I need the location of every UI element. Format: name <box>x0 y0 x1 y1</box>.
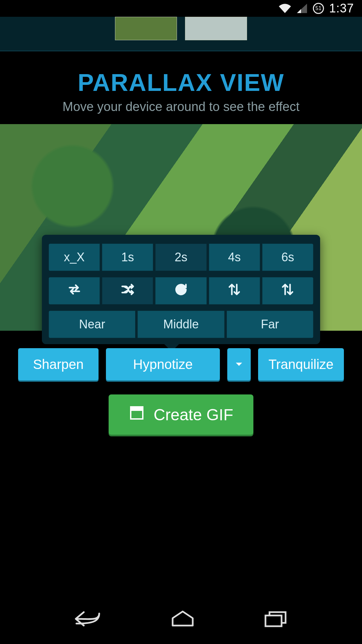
sort-vertical-icon <box>280 282 295 300</box>
depth-segment-row: NearMiddleFar <box>49 311 313 338</box>
refresh-icon <box>174 282 188 300</box>
thumbnail[interactable] <box>115 17 177 40</box>
thumbnail[interactable] <box>185 17 247 40</box>
shuffle-icon <box>120 282 135 300</box>
hypnotize-dropdown-toggle[interactable] <box>227 348 251 380</box>
svg-rect-1 <box>131 411 142 418</box>
chevron-down-icon <box>234 357 244 372</box>
status-bar: 51 1:37 <box>0 0 362 17</box>
duration-option[interactable]: 2s <box>155 244 206 271</box>
thumbnail-strip <box>0 17 362 51</box>
battery-percent: 51 <box>312 2 324 14</box>
loop-mode-segment-row <box>49 277 313 305</box>
duration-segment-row: x_X1s2s4s6s <box>49 244 313 271</box>
wifi-icon <box>278 3 292 14</box>
page-title: PARALLAX VIEW <box>7 69 355 96</box>
depth-option[interactable]: Far <box>227 311 313 338</box>
duration-option[interactable]: 1s <box>102 244 153 271</box>
hypnotize-options-popover: x_X1s2s4s6s NearMiddleFar <box>42 235 320 344</box>
home-button[interactable] <box>169 609 196 630</box>
sharpen-button[interactable]: Sharpen <box>18 348 99 380</box>
loop-mode-option[interactable] <box>102 277 153 305</box>
hypnotize-button[interactable]: Hypnotize <box>106 348 220 380</box>
duration-option[interactable]: x_X <box>49 244 100 271</box>
clock-text: 1:37 <box>329 1 354 15</box>
battery-circle-icon: 51 <box>312 2 324 14</box>
depth-option[interactable]: Middle <box>137 311 224 338</box>
loop-mode-option[interactable] <box>49 277 100 305</box>
system-navigation-bar <box>0 595 362 644</box>
header: PARALLAX VIEW Move your device around to… <box>0 51 362 124</box>
loop-mode-option[interactable] <box>262 277 313 305</box>
duration-option[interactable]: 4s <box>209 244 260 271</box>
create-gif-button[interactable]: Create GIF <box>109 394 253 435</box>
create-gif-label: Create GIF <box>154 406 233 424</box>
duration-option[interactable]: 6s <box>262 244 313 271</box>
svg-rect-2 <box>265 615 282 626</box>
swap-horizontal-icon <box>67 282 82 300</box>
back-button[interactable] <box>73 609 103 630</box>
clapperboard-icon <box>129 405 145 425</box>
swap-vertical-icon <box>227 282 242 300</box>
loop-mode-option[interactable] <box>209 277 260 305</box>
tranquilize-button[interactable]: Tranquilize <box>258 348 344 380</box>
effect-actions-row: Sharpen Hypnotize Tranquilize <box>0 348 362 380</box>
page-subtitle: Move your device around to see the effec… <box>7 100 355 114</box>
loop-mode-option[interactable] <box>155 277 206 305</box>
recent-apps-button[interactable] <box>262 609 289 630</box>
depth-option[interactable]: Near <box>49 311 135 338</box>
cell-signal-icon <box>296 3 308 14</box>
